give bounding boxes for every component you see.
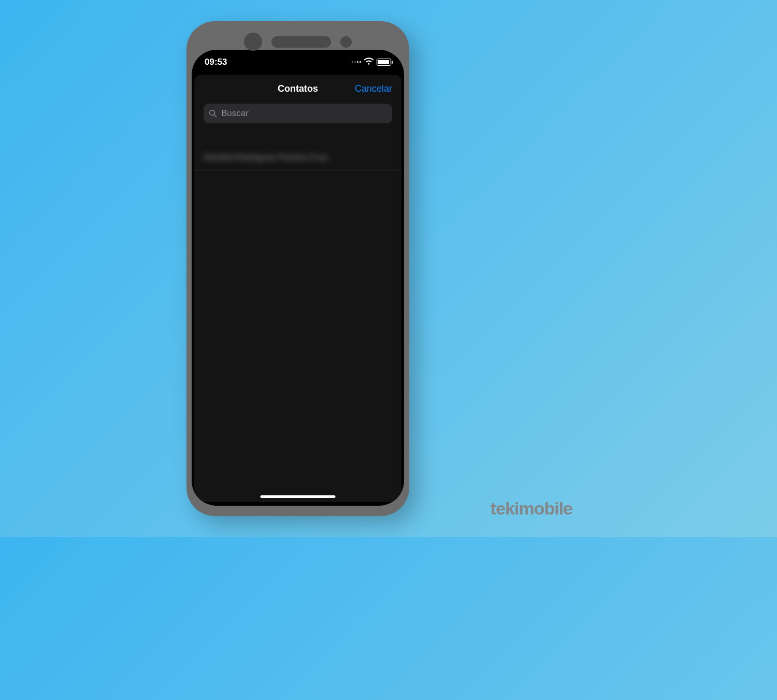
- search-icon: [209, 109, 217, 118]
- nav-bar: Contatos Cancelar: [194, 75, 401, 104]
- cellular-signal-icon: [352, 61, 361, 63]
- phone-hardware-top: [186, 32, 409, 52]
- wifi-icon: [364, 57, 373, 67]
- battery-icon: [377, 59, 391, 66]
- cancel-button[interactable]: Cancelar: [355, 83, 392, 94]
- search-container: [194, 104, 401, 130]
- search-field[interactable]: [204, 104, 392, 123]
- phone-speaker-dot: [244, 33, 262, 51]
- phone-frame: 09:53 Contatos Cancelar: [186, 21, 409, 516]
- phone-speaker-bar: [271, 36, 331, 48]
- status-bar: 09:53: [192, 50, 404, 75]
- status-icons: [352, 57, 391, 67]
- contact-row[interactable]: Daniela Rodrigues Pereira Cruz: [194, 145, 401, 170]
- brand-logo: tekimobile: [491, 498, 572, 519]
- contact-name: Daniela Rodrigues Pereira Cruz: [204, 152, 392, 163]
- search-input[interactable]: [221, 108, 387, 119]
- phone-screen: 09:53 Contatos Cancelar: [192, 50, 404, 506]
- contact-list[interactable]: Daniela Rodrigues Pereira Cruz: [194, 130, 401, 170]
- home-indicator[interactable]: [261, 495, 336, 498]
- contacts-modal: Contatos Cancelar Daniela Rodrigues Pere…: [194, 75, 401, 502]
- nav-title: Contatos: [278, 83, 318, 94]
- phone-camera-dot: [340, 36, 352, 48]
- status-time: 09:53: [205, 57, 227, 67]
